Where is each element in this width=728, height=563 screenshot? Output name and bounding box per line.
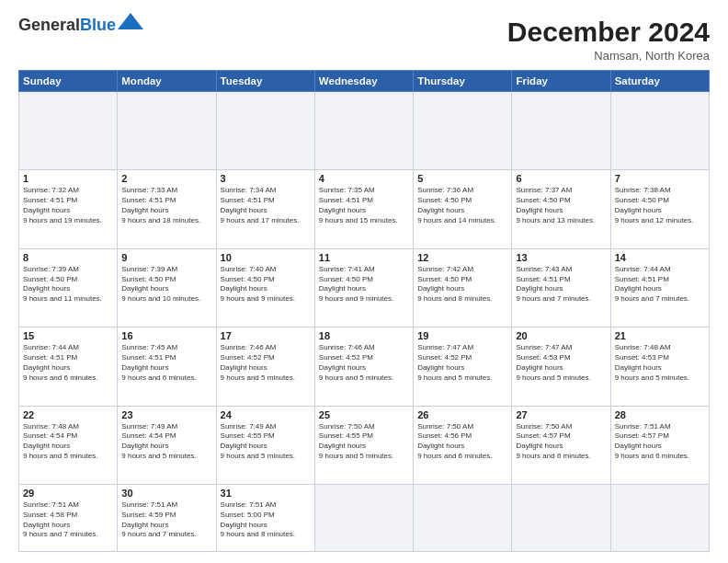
day-number: 12 [417, 252, 507, 263]
day-info: Sunrise: 7:40 AMSunset: 4:50 PMDaylight … [221, 265, 311, 304]
calendar-day-cell: 9Sunrise: 7:39 AMSunset: 4:50 PMDaylight… [118, 248, 216, 327]
day-info: Sunrise: 7:50 AMSunset: 4:57 PMDaylight … [516, 422, 606, 462]
calendar-day-cell [314, 485, 413, 552]
day-number: 4 [319, 173, 409, 184]
calendar-day-cell: 12Sunrise: 7:42 AMSunset: 4:50 PMDayligh… [414, 248, 512, 327]
month-title: December 2024 [507, 17, 710, 47]
day-info: Sunrise: 7:32 AMSunset: 4:51 PMDaylight … [23, 186, 113, 225]
day-number: 31 [221, 488, 311, 499]
calendar-day-cell [118, 92, 216, 170]
day-info: Sunrise: 7:44 AMSunset: 4:51 PMDaylight … [615, 265, 705, 304]
day-info: Sunrise: 7:41 AMSunset: 4:50 PMDaylight … [319, 265, 409, 304]
calendar-day-cell [216, 92, 314, 170]
calendar-day-cell: 21Sunrise: 7:48 AMSunset: 4:53 PMDayligh… [610, 327, 709, 406]
calendar-day-cell: 5Sunrise: 7:36 AMSunset: 4:50 PMDaylight… [414, 170, 512, 248]
calendar-day-cell: 24Sunrise: 7:49 AMSunset: 4:55 PMDayligh… [216, 406, 314, 484]
calendar-day-cell: 18Sunrise: 7:46 AMSunset: 4:52 PMDayligh… [314, 327, 413, 406]
day-number: 6 [516, 173, 606, 184]
day-info: Sunrise: 7:50 AMSunset: 4:55 PMDaylight … [319, 422, 409, 462]
calendar-day-cell: 20Sunrise: 7:47 AMSunset: 4:53 PMDayligh… [512, 327, 610, 406]
calendar-day-cell [314, 92, 413, 170]
day-number: 18 [319, 330, 409, 341]
calendar-day-cell: 15Sunrise: 7:44 AMSunset: 4:51 PMDayligh… [19, 327, 118, 406]
day-number: 11 [319, 252, 409, 263]
day-number: 15 [23, 330, 113, 341]
day-number: 22 [23, 409, 113, 420]
day-info: Sunrise: 7:47 AMSunset: 4:53 PMDaylight … [516, 343, 606, 383]
calendar-day-cell: 29Sunrise: 7:51 AMSunset: 4:58 PMDayligh… [19, 485, 118, 552]
day-number: 16 [121, 330, 211, 341]
day-info: Sunrise: 7:48 AMSunset: 4:53 PMDaylight … [615, 343, 705, 383]
day-info: Sunrise: 7:51 AMSunset: 4:59 PMDaylight … [121, 500, 211, 540]
calendar-day-cell [414, 92, 512, 170]
day-info: Sunrise: 7:51 AMSunset: 5:00 PMDaylight … [221, 500, 311, 540]
calendar-day-cell: 11Sunrise: 7:41 AMSunset: 4:50 PMDayligh… [314, 248, 413, 327]
day-info: Sunrise: 7:37 AMSunset: 4:50 PMDaylight … [516, 186, 606, 225]
day-info: Sunrise: 7:39 AMSunset: 4:50 PMDaylight … [121, 265, 211, 304]
title-block: December 2024 Namsan, North Korea [507, 17, 710, 63]
day-info: Sunrise: 7:47 AMSunset: 4:52 PMDaylight … [417, 343, 507, 383]
day-number: 23 [121, 409, 211, 420]
calendar-week-row: 8Sunrise: 7:39 AMSunset: 4:50 PMDaylight… [19, 248, 710, 327]
day-info: Sunrise: 7:49 AMSunset: 4:55 PMDaylight … [221, 422, 311, 462]
logo: GeneralBlue [18, 17, 143, 33]
day-number: 13 [516, 252, 606, 263]
day-number: 8 [23, 252, 113, 263]
logo-icon [118, 13, 143, 29]
day-info: Sunrise: 7:33 AMSunset: 4:51 PMDaylight … [121, 186, 211, 225]
day-number: 1 [23, 173, 113, 184]
day-number: 27 [516, 409, 606, 420]
calendar-week-row: 29Sunrise: 7:51 AMSunset: 4:58 PMDayligh… [19, 485, 710, 552]
calendar-week-row: 1Sunrise: 7:32 AMSunset: 4:51 PMDaylight… [19, 170, 710, 248]
calendar-week-row [19, 92, 710, 170]
calendar-header-row: SundayMondayTuesdayWednesdayThursdayFrid… [19, 71, 710, 92]
day-info: Sunrise: 7:43 AMSunset: 4:51 PMDaylight … [516, 265, 606, 304]
calendar-day-cell: 17Sunrise: 7:46 AMSunset: 4:52 PMDayligh… [216, 327, 314, 406]
day-info: Sunrise: 7:51 AMSunset: 4:58 PMDaylight … [23, 500, 113, 540]
day-number: 28 [615, 409, 705, 420]
day-info: Sunrise: 7:44 AMSunset: 4:51 PMDaylight … [23, 343, 113, 383]
logo-general: General [18, 16, 80, 34]
calendar-day-cell [512, 485, 610, 552]
logo-text: GeneralBlue [18, 17, 116, 33]
day-number: 19 [417, 330, 507, 341]
calendar-day-cell: 19Sunrise: 7:47 AMSunset: 4:52 PMDayligh… [414, 327, 512, 406]
calendar-day-cell: 7Sunrise: 7:38 AMSunset: 4:50 PMDaylight… [610, 170, 709, 248]
day-number: 5 [417, 173, 507, 184]
day-info: Sunrise: 7:46 AMSunset: 4:52 PMDaylight … [221, 343, 311, 383]
day-info: Sunrise: 7:39 AMSunset: 4:50 PMDaylight … [23, 265, 113, 304]
day-number: 29 [23, 488, 113, 499]
calendar-day-cell: 6Sunrise: 7:37 AMSunset: 4:50 PMDaylight… [512, 170, 610, 248]
day-number: 2 [121, 173, 211, 184]
day-info: Sunrise: 7:42 AMSunset: 4:50 PMDaylight … [417, 265, 507, 304]
calendar-day-cell: 3Sunrise: 7:34 AMSunset: 4:51 PMDaylight… [216, 170, 314, 248]
calendar-day-cell: 10Sunrise: 7:40 AMSunset: 4:50 PMDayligh… [216, 248, 314, 327]
calendar-day-cell: 31Sunrise: 7:51 AMSunset: 5:00 PMDayligh… [216, 485, 314, 552]
calendar-day-cell [512, 92, 610, 170]
location-subtitle: Namsan, North Korea [507, 49, 710, 63]
day-number: 17 [221, 330, 311, 341]
day-of-week-header: Monday [118, 71, 216, 92]
day-info: Sunrise: 7:38 AMSunset: 4:50 PMDaylight … [615, 186, 705, 225]
page: GeneralBlue December 2024 Namsan, North … [0, 0, 728, 563]
day-of-week-header: Thursday [414, 71, 512, 92]
day-info: Sunrise: 7:45 AMSunset: 4:51 PMDaylight … [121, 343, 211, 383]
day-info: Sunrise: 7:35 AMSunset: 4:51 PMDaylight … [319, 186, 409, 225]
day-number: 30 [121, 488, 211, 499]
logo-blue: Blue [80, 16, 116, 34]
day-of-week-header: Saturday [610, 71, 709, 92]
day-number: 20 [516, 330, 606, 341]
calendar-day-cell: 16Sunrise: 7:45 AMSunset: 4:51 PMDayligh… [118, 327, 216, 406]
calendar-day-cell: 8Sunrise: 7:39 AMSunset: 4:50 PMDaylight… [19, 248, 118, 327]
calendar-day-cell [414, 485, 512, 552]
calendar-day-cell: 25Sunrise: 7:50 AMSunset: 4:55 PMDayligh… [314, 406, 413, 484]
day-info: Sunrise: 7:36 AMSunset: 4:50 PMDaylight … [417, 186, 507, 225]
calendar-day-cell: 22Sunrise: 7:48 AMSunset: 4:54 PMDayligh… [19, 406, 118, 484]
day-number: 7 [615, 173, 705, 184]
calendar-day-cell: 13Sunrise: 7:43 AMSunset: 4:51 PMDayligh… [512, 248, 610, 327]
day-info: Sunrise: 7:50 AMSunset: 4:56 PMDaylight … [417, 422, 507, 462]
day-of-week-header: Sunday [19, 71, 118, 92]
calendar-day-cell: 26Sunrise: 7:50 AMSunset: 4:56 PMDayligh… [414, 406, 512, 484]
svg-marker-0 [118, 13, 143, 29]
calendar-week-row: 15Sunrise: 7:44 AMSunset: 4:51 PMDayligh… [19, 327, 710, 406]
